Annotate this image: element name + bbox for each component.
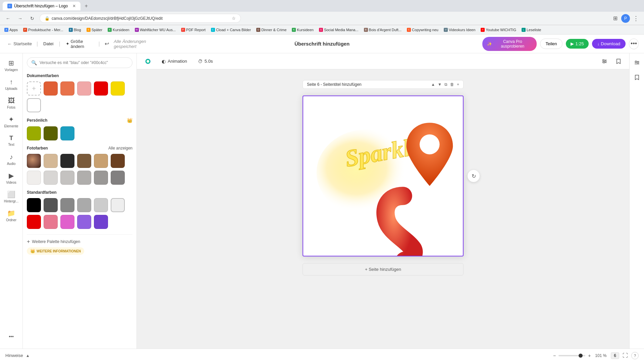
bookmark-blog[interactable]: B Blog <box>67 27 83 33</box>
resize-button[interactable]: ✦ Größe ändern <box>63 38 96 50</box>
photo-color-1[interactable] <box>27 154 41 168</box>
sidebar-item-videos[interactable]: ▶ Videos <box>3 169 20 187</box>
photo-color-10[interactable] <box>77 171 91 185</box>
address-bar[interactable]: 🔒 canva.com/design/DAEdomzscjl/drBfjHdCo… <box>40 14 241 23</box>
photo-color-9[interactable] <box>60 171 74 185</box>
help-button[interactable]: ? <box>631 352 639 359</box>
zoom-slider[interactable] <box>558 355 585 356</box>
design-panel-button[interactable] <box>599 56 610 67</box>
std-color-lightgray[interactable] <box>94 198 108 212</box>
doc-color-3[interactable] <box>77 81 91 96</box>
bookmark-pdf[interactable]: P PDF Report <box>179 27 207 33</box>
star-icon[interactable]: ☆ <box>232 16 236 21</box>
personal-color-1[interactable] <box>27 126 41 140</box>
download-button[interactable]: ↓ Download <box>592 39 626 49</box>
std-color-pink[interactable] <box>44 215 58 229</box>
file-menu[interactable]: Datei <box>41 40 56 48</box>
browser-tab[interactable]: C Überschrift hinzufügen – Logo ✕ <box>3 2 80 10</box>
photo-color-8[interactable] <box>44 171 58 185</box>
photo-color-2[interactable] <box>44 154 58 168</box>
forward-button[interactable]: → <box>15 14 25 23</box>
page-count-button[interactable]: 6 <box>611 352 619 359</box>
doc-color-1[interactable] <box>44 81 58 96</box>
personal-color-3[interactable] <box>60 126 74 140</box>
menu-button[interactable]: ⋮ <box>631 14 641 23</box>
sidebar-item-text[interactable]: T Text <box>3 132 20 149</box>
doc-color-4[interactable] <box>94 81 108 96</box>
hints-button[interactable]: Hinweise <box>5 353 23 358</box>
share-button[interactable]: Teilen <box>540 39 563 49</box>
page-canvas[interactable]: Sparkle Sparkle <box>303 96 464 256</box>
personal-color-2[interactable] <box>44 126 58 140</box>
bookmark-button[interactable] <box>613 56 624 67</box>
bookmark-kursideen2[interactable]: K Kursideen <box>290 27 315 33</box>
sidebar-item-ordner[interactable]: 📁 Ordner <box>3 207 20 224</box>
zoom-out-icon[interactable]: − <box>553 353 556 358</box>
std-color-red[interactable] <box>27 215 41 229</box>
page-delete-button[interactable]: 🗑 <box>450 82 454 87</box>
sidebar-item-audio[interactable]: ♪ Audio <box>3 150 20 168</box>
extensions-button[interactable]: ⊞ <box>610 14 620 23</box>
bookmark-dinner[interactable]: D Dinner & Crime <box>255 27 288 33</box>
profile-button[interactable]: P <box>621 14 630 23</box>
page-add-button[interactable]: + <box>457 82 459 87</box>
bookmark-bois[interactable]: B Bois d'Argent Duft... <box>362 27 403 33</box>
canva-pro-button[interactable]: ✨ Canva Pro ausprobieren <box>482 37 537 51</box>
page-up-button[interactable]: ▲ <box>431 82 435 87</box>
color-search-box[interactable]: 🔍 <box>27 57 132 68</box>
more-info-button[interactable]: 👑 WEITERE INFORMATIONEN <box>27 247 84 255</box>
fullscreen-button[interactable]: ⛶ <box>623 353 628 359</box>
photo-color-6[interactable] <box>111 154 125 168</box>
tab-close-icon[interactable]: ✕ <box>72 4 76 8</box>
bookmark-kursideen1[interactable]: K Kursideen <box>106 27 131 33</box>
hints-chevron-icon[interactable]: ▲ <box>26 353 30 358</box>
sidebar-item-elemente[interactable]: ✦ Elemente <box>3 113 20 130</box>
std-color-black[interactable] <box>27 198 41 212</box>
bookmark-später[interactable]: S Später <box>85 27 104 33</box>
zoom-in-icon[interactable]: + <box>588 353 591 358</box>
photo-color-4[interactable] <box>77 154 91 168</box>
std-color-white[interactable] <box>111 198 125 212</box>
sidebar-item-vorlagen[interactable]: ⊞ Vorlagen <box>3 57 20 74</box>
play-button[interactable]: ▶ 1:25 <box>566 39 588 49</box>
photo-color-5[interactable] <box>94 154 108 168</box>
new-tab-button[interactable]: + <box>82 2 91 10</box>
page-down-button[interactable]: ▼ <box>438 82 442 87</box>
color-search-input[interactable] <box>40 60 128 65</box>
add-page-button[interactable]: + Seite hinzufügen <box>303 263 464 276</box>
undo-button[interactable]: ↩ <box>103 39 111 49</box>
show-all-link[interactable]: Alle anzeigen <box>108 146 132 150</box>
color-palette-button[interactable] <box>142 57 154 66</box>
sidebar-item-uploads[interactable]: ↑ Uploads <box>3 75 20 93</box>
bookmark-videokurs[interactable]: V Videokurs Ideen <box>442 27 477 33</box>
right-bookmark-button[interactable] <box>631 71 643 83</box>
add-palette-button[interactable]: + Weitere Palette hinzufügen <box>27 239 132 245</box>
std-color-gray[interactable] <box>60 198 74 212</box>
std-color-purple[interactable] <box>77 215 91 229</box>
home-button[interactable]: ← Startseite <box>5 40 34 48</box>
bookmark-youtube[interactable]: Y Youtube WICHTIG <box>479 27 518 33</box>
bookmark-apps[interactable]: A Apps <box>3 27 19 33</box>
refresh-button[interactable]: ↻ <box>468 170 480 182</box>
doc-color-2[interactable] <box>60 81 74 96</box>
duration-button[interactable]: ⏱ 5.0s <box>195 57 216 65</box>
bookmark-social[interactable]: S Social Media Mana... <box>317 27 360 33</box>
photo-color-3[interactable] <box>60 154 74 168</box>
doc-color-6[interactable] <box>27 98 41 112</box>
std-color-darkgray[interactable] <box>44 198 58 212</box>
bookmark-wahlfächer[interactable]: W Wahlfächer WU Aus... <box>133 27 177 33</box>
std-color-medgray[interactable] <box>77 198 91 212</box>
more-options-button[interactable]: ••• <box>629 39 639 49</box>
back-button[interactable]: ← <box>3 14 13 23</box>
photo-color-7[interactable] <box>27 171 41 185</box>
reload-button[interactable]: ↻ <box>28 14 37 23</box>
page-copy-button[interactable]: ⧉ <box>444 82 447 87</box>
animation-button[interactable]: ◐ Animation <box>159 57 190 65</box>
bookmark-cload[interactable]: C Cload + Canva Bilder <box>209 27 253 33</box>
doc-color-5[interactable] <box>111 81 125 96</box>
std-color-magenta[interactable] <box>60 215 74 229</box>
sidebar-item-hintergrund[interactable]: ⬜ Hintergr... <box>3 188 20 205</box>
right-adjust-button[interactable] <box>631 57 643 69</box>
zoom-slider-thumb[interactable] <box>579 354 583 358</box>
sidebar-more-button[interactable]: ••• <box>3 328 20 345</box>
